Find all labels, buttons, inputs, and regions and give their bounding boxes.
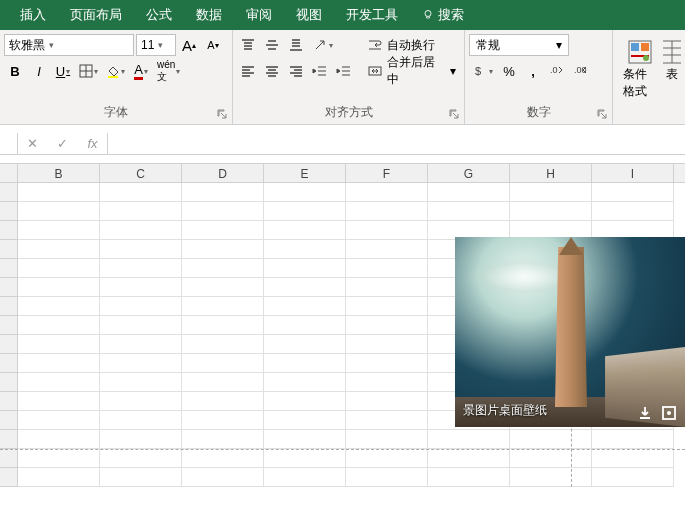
row-header[interactable] (0, 183, 18, 202)
cell[interactable] (100, 335, 182, 354)
menu-insert[interactable]: 插入 (8, 6, 58, 24)
cell[interactable] (100, 449, 182, 468)
decrease-indent-button[interactable] (309, 60, 331, 82)
cell[interactable] (264, 183, 346, 202)
cell[interactable] (428, 468, 510, 487)
decrease-decimal-button[interactable]: .00 (570, 60, 592, 82)
cell[interactable] (346, 335, 428, 354)
cell[interactable] (264, 354, 346, 373)
font-size-combo[interactable]: 11▾ (136, 34, 176, 56)
cell[interactable] (100, 468, 182, 487)
formula-input[interactable] (108, 133, 685, 154)
cell[interactable] (592, 183, 674, 202)
cell[interactable] (182, 240, 264, 259)
menu-search[interactable]: 搜索 (410, 6, 476, 24)
cell[interactable] (182, 468, 264, 487)
cell[interactable] (18, 278, 100, 297)
row-header[interactable] (0, 240, 18, 259)
cell[interactable] (346, 354, 428, 373)
font-name-combo[interactable]: 软雅黑▾ (4, 34, 134, 56)
increase-indent-button[interactable] (333, 60, 355, 82)
menu-view[interactable]: 视图 (284, 6, 334, 24)
cell[interactable] (182, 202, 264, 221)
row-header[interactable] (0, 468, 18, 487)
cell[interactable] (100, 316, 182, 335)
row-header[interactable] (0, 354, 18, 373)
cell[interactable] (428, 430, 510, 449)
row-header[interactable] (0, 449, 18, 468)
cell[interactable] (182, 316, 264, 335)
align-bottom-button[interactable] (285, 34, 307, 56)
cell[interactable] (18, 392, 100, 411)
cancel-button[interactable]: ✕ (27, 136, 38, 151)
cell[interactable] (100, 373, 182, 392)
cell[interactable] (264, 392, 346, 411)
align-center-button[interactable] (261, 60, 283, 82)
cell[interactable] (100, 259, 182, 278)
cell[interactable] (346, 183, 428, 202)
cell[interactable] (182, 411, 264, 430)
enter-button[interactable]: ✓ (57, 136, 68, 151)
cell[interactable] (264, 316, 346, 335)
row-header[interactable] (0, 297, 18, 316)
increase-font-button[interactable]: A▴ (178, 34, 200, 56)
cell[interactable] (592, 468, 674, 487)
cell[interactable] (592, 202, 674, 221)
cell[interactable] (182, 392, 264, 411)
format-table-button[interactable]: 表 (663, 34, 681, 87)
cell[interactable] (18, 411, 100, 430)
row-header[interactable] (0, 411, 18, 430)
align-right-button[interactable] (285, 60, 307, 82)
cell[interactable] (18, 297, 100, 316)
dialog-launcher-icon[interactable] (216, 108, 228, 120)
cell[interactable] (182, 259, 264, 278)
cell[interactable] (100, 297, 182, 316)
cell[interactable] (264, 373, 346, 392)
col-header-e[interactable]: E (264, 164, 346, 182)
cell[interactable] (100, 240, 182, 259)
cell[interactable] (510, 183, 592, 202)
col-header-b[interactable]: B (18, 164, 100, 182)
cell[interactable] (100, 278, 182, 297)
cell[interactable] (18, 183, 100, 202)
row-header[interactable] (0, 335, 18, 354)
cell[interactable] (18, 430, 100, 449)
align-left-button[interactable] (237, 60, 259, 82)
cell[interactable] (510, 449, 592, 468)
cell[interactable] (346, 297, 428, 316)
phonetic-button[interactable]: wén文▾ (154, 60, 183, 82)
cell[interactable] (100, 411, 182, 430)
col-header-d[interactable]: D (182, 164, 264, 182)
number-format-combo[interactable]: 常规▾ (469, 34, 569, 56)
menu-data[interactable]: 数据 (184, 6, 234, 24)
cell[interactable] (18, 335, 100, 354)
cell[interactable] (346, 468, 428, 487)
cell[interactable] (18, 468, 100, 487)
row-header[interactable] (0, 373, 18, 392)
align-top-button[interactable] (237, 34, 259, 56)
menu-formulas[interactable]: 公式 (134, 6, 184, 24)
select-all-corner[interactable] (0, 164, 18, 182)
cell[interactable] (100, 430, 182, 449)
cell[interactable] (346, 240, 428, 259)
cell[interactable] (18, 354, 100, 373)
cell[interactable] (264, 468, 346, 487)
row-header[interactable] (0, 278, 18, 297)
bold-button[interactable]: B (4, 60, 26, 82)
font-color-button[interactable]: A▾ (130, 60, 152, 82)
cell[interactable] (346, 411, 428, 430)
col-header-i[interactable]: I (592, 164, 674, 182)
menu-review[interactable]: 审阅 (234, 6, 284, 24)
align-middle-button[interactable] (261, 34, 283, 56)
underline-button[interactable]: U▾ (52, 60, 74, 82)
cell[interactable] (346, 392, 428, 411)
comma-button[interactable]: , (522, 60, 544, 82)
cell[interactable] (182, 297, 264, 316)
cell[interactable] (428, 202, 510, 221)
cell[interactable] (264, 449, 346, 468)
cell[interactable] (18, 221, 100, 240)
download-icon[interactable] (637, 405, 653, 421)
cell[interactable] (264, 221, 346, 240)
wrap-text-button[interactable]: 自动换行 (363, 34, 460, 56)
col-header-g[interactable]: G (428, 164, 510, 182)
